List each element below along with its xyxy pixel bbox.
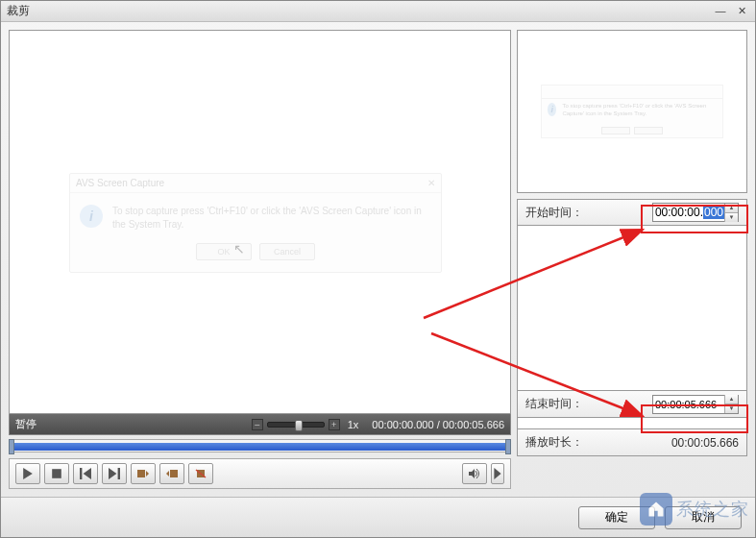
window-title: 裁剪 [7,3,30,19]
start-time-input[interactable]: 00:00:00.000 ▲▼ [652,203,739,222]
next-button[interactable] [102,463,127,484]
svg-rect-6 [137,470,145,477]
thumbnail-preview: i To stop capture press 'Ctrl+F10' or cl… [517,30,747,193]
thumb-info-icon: i [548,103,556,116]
delete-trim-button[interactable] [188,463,213,484]
cancel-button[interactable]: 取消 [665,506,742,529]
minimize-icon[interactable]: — [713,5,728,18]
play-button[interactable] [15,463,40,484]
speed-minus-button[interactable]: – [252,419,263,430]
svg-rect-1 [52,469,61,478]
end-time-input[interactable]: ▲▼ [652,395,739,414]
start-time-label: 开始时间： [525,205,583,221]
preview-dialog-close-icon: ✕ [427,178,435,188]
titlebar: 裁剪 — ✕ [1,1,755,22]
mark-out-button[interactable] [159,463,184,484]
duration-label: 播放时长： [525,434,583,451]
svg-marker-8 [166,471,169,477]
duration-row: 播放时长： 00:00:05.666 [517,429,747,456]
volume-expand-button[interactable] [491,463,504,484]
end-time-label: 结束时间： [525,396,583,412]
ok-button[interactable]: 确定 [578,506,655,529]
end-time-spinner[interactable]: ▲▼ [724,395,738,413]
pause-label: 暂停 [15,417,37,431]
speed-slider[interactable] [267,422,325,428]
svg-marker-13 [494,468,500,479]
start-time-spinner[interactable]: ▲▼ [724,204,738,222]
preview-dialog-ok: OK [196,243,252,260]
thumb-text: To stop capture press 'Ctrl+F10' or clic… [562,103,717,118]
preview-dialog-message: To stop capture press 'Ctrl+F10' or clic… [112,205,431,232]
volume-button[interactable] [462,463,487,484]
timeline[interactable] [9,439,511,452]
svg-marker-3 [84,468,91,479]
middle-spacer [517,226,747,391]
player-controls [9,458,511,489]
playback-status-bar: 暂停 – + 1x 00:00:00.000 / 00:00:05.666 [9,414,511,435]
time-display: 00:00:00.000 / 00:00:05.666 [372,419,504,430]
video-preview: AVS Screen Capture ✕ i To stop capture p… [9,30,511,414]
svg-rect-9 [170,470,178,477]
preview-dialog-cancel: Cancel [259,243,315,260]
svg-marker-7 [146,471,149,477]
svg-rect-2 [80,468,82,479]
prev-button[interactable] [73,463,98,484]
close-icon[interactable]: ✕ [734,5,749,18]
left-pane: AVS Screen Capture ✕ i To stop capture p… [9,30,511,489]
speed-plus-button[interactable]: + [329,419,340,430]
crop-dialog-window: 裁剪 — ✕ AVS Screen Capture ✕ i To stop ca… [0,0,756,538]
svg-marker-0 [23,468,33,479]
small-spacer [517,418,747,429]
right-pane: i To stop capture press 'Ctrl+F10' or cl… [517,30,747,489]
svg-rect-5 [118,468,120,479]
duration-value: 00:00:05.666 [671,436,739,450]
trim-end-handle[interactable] [505,439,511,454]
stop-button[interactable] [44,463,69,484]
end-time-row: 结束时间： ▲▼ [517,391,747,418]
svg-marker-4 [109,468,116,479]
dialog-buttons: 确定 取消 [1,497,755,537]
trim-start-handle[interactable] [9,439,14,454]
mark-in-button[interactable] [131,463,156,484]
preview-dialog-title: AVS Screen Capture [76,178,164,188]
content-area: AVS Screen Capture ✕ i To stop capture p… [1,22,755,497]
info-icon: i [80,205,103,228]
start-time-row: 开始时间： 00:00:00.000 ▲▼ [517,199,747,226]
preview-inner-dialog: AVS Screen Capture ✕ i To stop capture p… [69,173,442,273]
speed-label: 1x [348,419,359,430]
svg-marker-12 [469,469,475,478]
